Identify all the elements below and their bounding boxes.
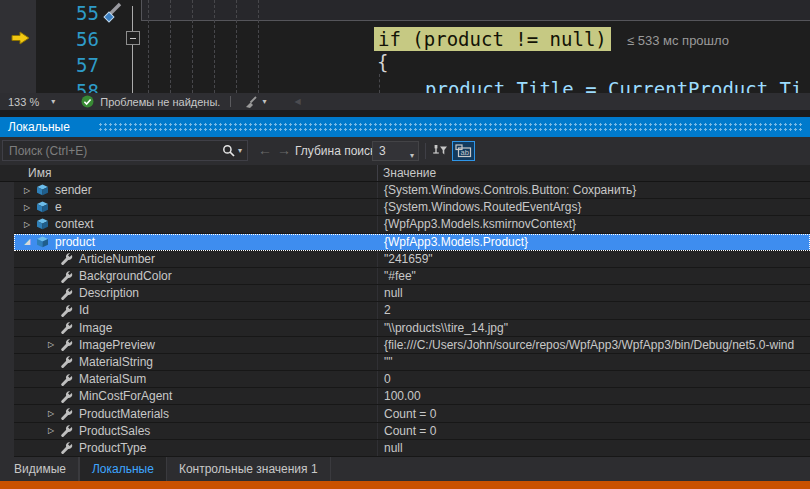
search-box[interactable]: ▾ <box>2 140 248 161</box>
wrench-icon <box>58 304 74 317</box>
pin-filter-button[interactable] <box>431 142 449 160</box>
search-depth-select[interactable]: 3 ▾ <box>372 141 419 161</box>
hscroll-left-arrow-icon[interactable]: ◀ <box>294 97 300 106</box>
table-row[interactable]: ▷ sender {System.Windows.Controls.Button… <box>14 182 810 199</box>
table-row[interactable]: ▷ ImagePreview {file:///C:/Users/John/so… <box>14 337 810 354</box>
row-value: {file:///C:/Users/John/source/repos/WpfA… <box>384 338 794 352</box>
column-header-name[interactable]: Имя <box>28 166 51 180</box>
indent-guide <box>236 0 237 93</box>
editor-zoom-control[interactable]: 133 % <box>8 96 39 108</box>
row-value-cell[interactable]: null <box>377 440 810 456</box>
row-value-cell[interactable]: "#fee" <box>377 268 810 284</box>
chevron-down-icon[interactable]: ▾ <box>51 97 55 106</box>
table-row[interactable]: BackgroundColor "#fee" <box>14 268 810 285</box>
window-tab[interactable]: Видимые <box>2 457 79 481</box>
row-value: Count = 0 <box>384 424 436 438</box>
expander-icon[interactable]: ◢ <box>20 237 34 246</box>
row-value: 2 <box>384 303 391 317</box>
expander-icon[interactable]: ▷ <box>44 426 58 435</box>
table-row[interactable]: ▷ context {WpfApp3.Models.ksmirnovContex… <box>14 216 810 233</box>
expander-icon[interactable]: ▷ <box>20 203 34 212</box>
chevron-down-icon[interactable]: ▾ <box>238 146 242 155</box>
table-row[interactable]: ProductType null <box>14 440 810 457</box>
indent-guide <box>379 74 380 93</box>
window-tab[interactable]: Контрольные значения 1 <box>167 457 331 481</box>
row-value: "241659" <box>384 252 433 266</box>
tool-pen-icon <box>100 1 124 23</box>
row-value-cell[interactable]: 100.00 <box>377 388 810 404</box>
row-name: Description <box>79 286 139 300</box>
search-prev-arrow-icon[interactable]: ← <box>258 141 272 159</box>
table-row[interactable]: Image "\\products\\tire_14.jpg" <box>14 320 810 337</box>
search-input[interactable] <box>3 144 222 158</box>
health-indicator[interactable]: Проблемы не найдены. <box>100 96 220 108</box>
row-name: ImagePreview <box>79 338 155 352</box>
row-value-cell[interactable]: {System.Windows.RoutedEventArgs} <box>377 199 810 215</box>
text-format-box-button[interactable]: ab <box>452 141 475 161</box>
row-value-cell[interactable]: {file:///C:/Users/John/source/repos/WpfA… <box>377 337 810 353</box>
locals-title-bar[interactable]: Локальные <box>0 117 810 137</box>
row-value-cell[interactable]: {WpfApp3.Models.Product} <box>377 234 810 250</box>
expander-icon[interactable]: ▷ <box>44 409 58 418</box>
expander-icon[interactable]: ▷ <box>20 220 34 229</box>
row-value-cell[interactable]: null <box>377 285 810 301</box>
row-name: ProductMaterials <box>79 407 169 421</box>
row-value-cell[interactable]: Count = 0 <box>377 423 810 439</box>
wrench-icon <box>58 424 74 437</box>
cube-icon <box>34 218 50 230</box>
row-value: 100.00 <box>384 389 421 403</box>
row-value: {WpfApp3.Models.Product} <box>384 235 528 249</box>
row-value-cell[interactable]: "" <box>377 354 810 370</box>
indent-guide <box>148 0 149 93</box>
row-value: {WpfApp3.Models.ksmirnovContext} <box>384 217 576 231</box>
row-value-cell[interactable]: {WpfApp3.Models.ksmirnovContext} <box>377 216 810 232</box>
table-row[interactable]: MaterialSum 0 <box>14 371 810 388</box>
table-row[interactable]: ◢ product {WpfApp3.Models.Product} <box>14 234 810 251</box>
debugger-window-tabs: Видимые Локальные Контрольные значения 1 <box>0 457 810 481</box>
indent-guide <box>170 0 171 93</box>
broom-icon[interactable] <box>244 95 258 109</box>
search-next-arrow-icon[interactable]: → <box>277 141 291 159</box>
table-row[interactable]: ▷ e {System.Windows.RoutedEventArgs} <box>14 199 810 216</box>
row-name: product <box>55 235 95 249</box>
row-value-cell[interactable]: "\\products\\tire_14.jpg" <box>377 320 810 336</box>
chevron-down-icon[interactable]: ▾ <box>262 97 266 106</box>
row-value: null <box>384 441 403 455</box>
table-row[interactable]: MaterialString "" <box>14 354 810 371</box>
table-row[interactable]: ArticleNumber "241659" <box>14 251 810 268</box>
column-header-value[interactable]: Значение <box>383 166 436 180</box>
table-row[interactable]: ▷ ProductMaterials Count = 0 <box>14 405 810 422</box>
wrench-icon <box>58 321 74 334</box>
wrench-icon <box>58 390 74 403</box>
row-name-cell: ▷ ProductSales <box>14 424 150 438</box>
editor-status-strip: 133 % ▾ Проблемы не найдены. ▾ ◀ <box>0 93 810 110</box>
row-name: MaterialString <box>79 355 153 369</box>
table-row[interactable]: Id 2 <box>14 302 810 319</box>
table-row[interactable]: MinCostForAgent 100.00 <box>14 388 810 405</box>
code-line-57: { <box>377 51 388 73</box>
row-name-cell: ProductType <box>14 441 146 455</box>
row-value-cell[interactable]: "241659" <box>377 251 810 267</box>
row-name-cell: MaterialString <box>14 355 153 369</box>
perf-tip[interactable]: ≤ 533 мс прошло <box>627 33 729 48</box>
current-statement-highlight[interactable]: if (product != null) <box>374 27 611 51</box>
table-row[interactable]: Description null <box>14 285 810 302</box>
row-value-cell[interactable]: {System.Windows.Controls.Button: Сохрани… <box>377 182 810 198</box>
current-statement-arrow-icon[interactable] <box>11 31 30 45</box>
row-value-cell[interactable]: 0 <box>377 371 810 387</box>
collapse-region-button[interactable] <box>126 31 140 45</box>
row-name: ProductType <box>79 441 146 455</box>
row-name-cell: MinCostForAgent <box>14 389 172 403</box>
table-row[interactable]: ▷ ProductSales Count = 0 <box>14 423 810 440</box>
window-tab[interactable]: Локальные <box>79 457 167 481</box>
magnifier-icon[interactable] <box>222 144 236 158</box>
expander-icon[interactable]: ▷ <box>20 186 34 195</box>
divider <box>425 143 426 159</box>
expander-icon[interactable]: ▷ <box>44 340 58 349</box>
row-value: null <box>384 286 403 300</box>
row-value-cell[interactable]: Count = 0 <box>377 405 810 421</box>
locals-left-margin <box>0 165 14 457</box>
line-number: 55 <box>0 0 99 26</box>
column-resizer[interactable] <box>377 165 378 181</box>
row-value-cell[interactable]: 2 <box>377 302 810 318</box>
